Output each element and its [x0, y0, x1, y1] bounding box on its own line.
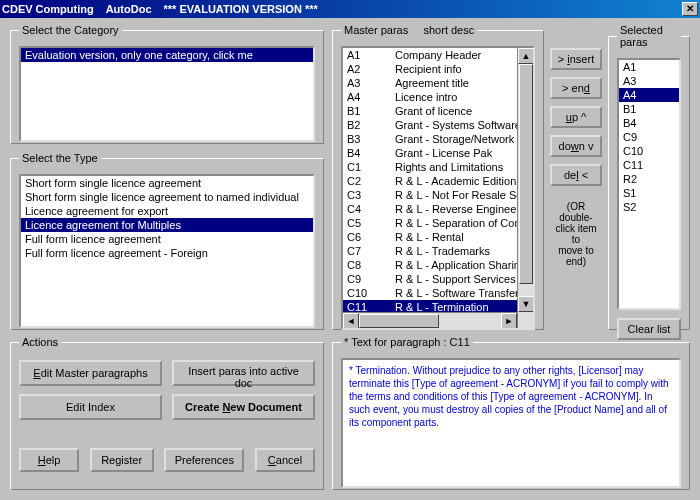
master-item[interactable]: A3Agreement title: [343, 76, 517, 90]
master-item[interactable]: C8R & L - Application Sharin: [343, 258, 517, 272]
master-item[interactable]: C10R & L - Software Transfer: [343, 286, 517, 300]
master-item[interactable]: B1Grant of licence: [343, 104, 517, 118]
title-app: CDEV Computing: [2, 3, 94, 15]
group-category-label: Select the Category: [19, 24, 122, 36]
selected-item[interactable]: S1: [619, 186, 679, 200]
category-list[interactable]: Evaluation version, only one category, c…: [19, 46, 315, 142]
cancel-button[interactable]: Cancel: [255, 448, 315, 472]
type-item[interactable]: Full form licence agreement: [21, 232, 313, 246]
selected-item[interactable]: A1: [619, 60, 679, 74]
group-text: * Text for paragraph : C11 * Termination…: [332, 336, 690, 490]
master-item[interactable]: B4Grant - License Pak: [343, 146, 517, 160]
type-item[interactable]: Short form single licence agreement: [21, 176, 313, 190]
selected-item[interactable]: R2: [619, 172, 679, 186]
edit-master-button[interactable]: Edit Master paragraphs: [19, 360, 162, 386]
register-button[interactable]: Register: [90, 448, 154, 472]
type-item[interactable]: Licence agreement for export: [21, 204, 313, 218]
edit-index-button[interactable]: Edit Index: [19, 394, 162, 420]
scroll-down-icon[interactable]: ▼: [518, 296, 534, 312]
type-item[interactable]: Licence agreement for Multiples: [21, 218, 313, 232]
category-item[interactable]: Evaluation version, only one category, c…: [21, 48, 313, 62]
up-button[interactable]: up ^: [550, 106, 602, 128]
master-item[interactable]: C3R & L - Not For Resale So: [343, 188, 517, 202]
group-selected: Selected paras A1A3A4B1B4C9C10C11R2S1S2 …: [608, 24, 690, 330]
master-item[interactable]: C6R & L - Rental: [343, 230, 517, 244]
type-item[interactable]: Full form licence agreement - Foreign: [21, 246, 313, 260]
selected-item[interactable]: C11: [619, 158, 679, 172]
note-line2: click item to: [550, 223, 602, 245]
preferences-button[interactable]: Preferences: [164, 448, 244, 472]
scroll-thumb-v[interactable]: [519, 64, 533, 284]
group-category: Select the Category Evaluation version, …: [10, 24, 324, 144]
master-item[interactable]: C2R & L - Academic Edition S: [343, 174, 517, 188]
preview-text: * Termination. Without prejudice to any …: [343, 360, 679, 433]
scroll-up-icon[interactable]: ▲: [518, 48, 534, 64]
group-master-label: Master paras short desc: [341, 24, 477, 36]
close-icon[interactable]: ✕: [682, 2, 698, 16]
master-item[interactable]: C7R & L - Trademarks: [343, 244, 517, 258]
create-new-button[interactable]: Create New Document: [172, 394, 315, 420]
master-item[interactable]: C1Rights and Limitations: [343, 160, 517, 174]
group-selected-label: Selected paras: [617, 24, 681, 48]
selected-list[interactable]: A1A3A4B1B4C9C10C11R2S1S2: [617, 58, 681, 310]
note-line1: (OR double-: [550, 201, 602, 223]
type-item[interactable]: Short form single licence agreement to n…: [21, 190, 313, 204]
group-actions-label: Actions: [19, 336, 61, 348]
master-item[interactable]: B2Grant - Systems Software: [343, 118, 517, 132]
scrollbar-v[interactable]: ▲ ▼: [517, 48, 533, 328]
selected-item[interactable]: A4: [619, 88, 679, 102]
master-list[interactable]: A1Company HeaderA2Recipient infoA3Agreem…: [341, 46, 535, 330]
titlebar: CDEV Computing AutoDoc *** EVALUATION VE…: [0, 0, 700, 18]
note-line3: move to end): [550, 245, 602, 267]
group-master: Master paras short desc A1Company Header…: [332, 24, 544, 330]
group-type: Select the Type Short form single licenc…: [10, 152, 324, 330]
scroll-right-icon[interactable]: ►: [501, 313, 517, 329]
master-item[interactable]: A1Company Header: [343, 48, 517, 62]
master-item[interactable]: B3Grant - Storage/Network: [343, 132, 517, 146]
master-item[interactable]: C11R & L - Termination: [343, 300, 517, 312]
window-body: Select the Category Evaluation version, …: [0, 18, 700, 500]
master-item[interactable]: C4R & L - Reverse Engineeri: [343, 202, 517, 216]
preview-box: * Termination. Without prejudice to any …: [341, 358, 681, 488]
end-button[interactable]: > end: [550, 77, 602, 99]
insert-paras-button[interactable]: Insert paras into active doc: [172, 360, 315, 386]
help-button[interactable]: Help: [19, 448, 79, 472]
scroll-thumb-h[interactable]: [359, 314, 439, 328]
title-eval: *** EVALUATION VERSION ***: [164, 3, 318, 15]
insert-button[interactable]: > insert: [550, 48, 602, 70]
scrollbar-h[interactable]: ◄ ►: [343, 312, 517, 328]
selected-item[interactable]: C9: [619, 130, 679, 144]
title-product: AutoDoc: [106, 3, 152, 15]
selected-item[interactable]: B4: [619, 116, 679, 130]
side-buttons: > insert > end up ^ down v del < (OR dou…: [550, 48, 602, 267]
down-button[interactable]: down v: [550, 135, 602, 157]
master-item[interactable]: A4Licence intro: [343, 90, 517, 104]
selected-item[interactable]: A3: [619, 74, 679, 88]
master-item[interactable]: C9R & L - Support Services: [343, 272, 517, 286]
type-list[interactable]: Short form single licence agreementShort…: [19, 174, 315, 328]
master-item[interactable]: C5R & L - Separation of Com: [343, 216, 517, 230]
master-item[interactable]: A2Recipient info: [343, 62, 517, 76]
group-text-label: * Text for paragraph : C11: [341, 336, 473, 348]
selected-item[interactable]: C10: [619, 144, 679, 158]
selected-item[interactable]: S2: [619, 200, 679, 214]
group-type-label: Select the Type: [19, 152, 101, 164]
selected-item[interactable]: B1: [619, 102, 679, 116]
scroll-left-icon[interactable]: ◄: [343, 313, 359, 329]
group-actions: Actions Edit Master paragraphs Insert pa…: [10, 336, 324, 490]
del-button[interactable]: del <: [550, 164, 602, 186]
